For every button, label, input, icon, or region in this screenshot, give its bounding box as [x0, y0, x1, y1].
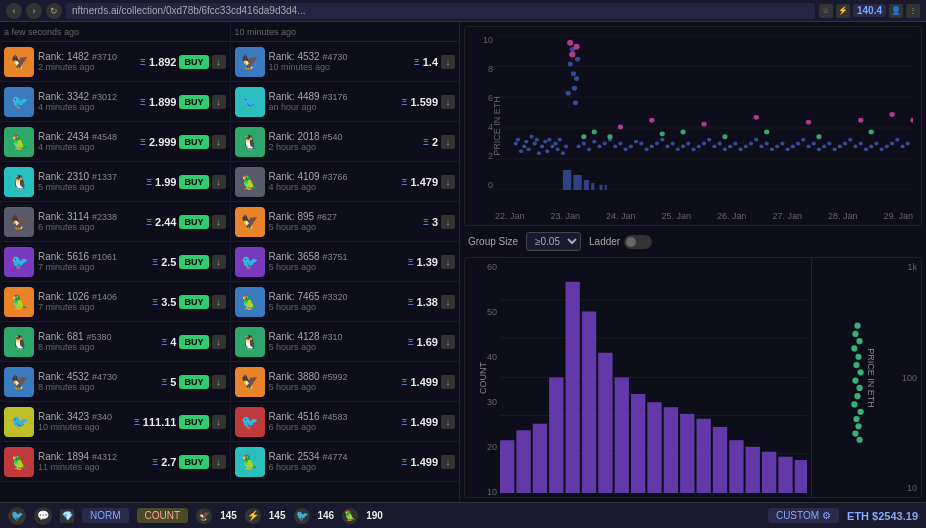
chart-controls: Group Size ≥0.05 ≥0.1 ≥0.5 Ladder: [464, 230, 922, 253]
wallet-icon[interactable]: 💎: [60, 509, 74, 523]
svg-point-47: [644, 147, 648, 151]
svg-rect-132: [516, 430, 530, 493]
svg-point-105: [806, 120, 811, 125]
buy-button[interactable]: BUY: [179, 375, 208, 389]
download-icon[interactable]: ↓: [212, 175, 226, 189]
sale-row: 🐦Rank: 4516 #45836 hours agoΞ1.499↓: [231, 402, 460, 442]
buy-button[interactable]: BUY: [179, 175, 208, 189]
download-icon[interactable]: ↓: [441, 95, 455, 109]
svg-rect-133: [533, 424, 547, 493]
svg-rect-131: [500, 440, 514, 493]
svg-point-19: [547, 138, 551, 142]
svg-point-9: [522, 144, 526, 148]
svg-point-98: [567, 40, 573, 46]
svg-point-42: [618, 142, 622, 146]
download-icon[interactable]: ↓: [441, 255, 455, 269]
group-size-select[interactable]: ≥0.05 ≥0.1 ≥0.5: [526, 232, 581, 251]
buy-button[interactable]: BUY: [179, 455, 208, 469]
buy-button[interactable]: BUY: [179, 255, 208, 269]
sale-row: 🐦Rank: 3658 #37515 hours agoΞ1.39↓: [231, 242, 460, 282]
sale-time: 4 minutes ago: [38, 102, 140, 112]
download-icon[interactable]: ↓: [441, 335, 455, 349]
download-icon[interactable]: ↓: [212, 95, 226, 109]
svg-point-25: [564, 144, 568, 148]
svg-rect-148: [778, 457, 792, 493]
sale-price: 3: [432, 216, 438, 228]
buy-button[interactable]: BUY: [179, 135, 208, 149]
download-icon[interactable]: ↓: [212, 295, 226, 309]
svg-point-56: [691, 147, 695, 151]
custom-button[interactable]: CUSTOM ⚙: [768, 508, 839, 523]
buy-button[interactable]: BUY: [179, 335, 208, 349]
download-icon[interactable]: ↓: [212, 55, 226, 69]
svg-point-30: [572, 86, 577, 91]
svg-rect-143: [696, 419, 710, 493]
download-icon[interactable]: ↓: [212, 255, 226, 269]
ladder-switch[interactable]: [624, 235, 652, 249]
download-icon[interactable]: ↓: [212, 415, 226, 429]
download-icon[interactable]: ↓: [212, 335, 226, 349]
sale-row: 🐧Rank: 4128 #3105 hours agoΞ1.69↓: [231, 322, 460, 362]
discord-icon[interactable]: 💬: [34, 507, 52, 525]
download-icon[interactable]: ↓: [441, 55, 455, 69]
svg-point-92: [880, 147, 884, 151]
svg-point-78: [806, 144, 810, 148]
eth-symbol: Ξ: [152, 457, 158, 467]
norm-button[interactable]: NORM: [82, 508, 129, 523]
forward-btn[interactable]: ›: [26, 3, 42, 19]
eth-symbol: Ξ: [408, 257, 414, 267]
buy-button[interactable]: BUY: [179, 415, 208, 429]
twitter-icon[interactable]: 🐦: [8, 507, 26, 525]
menu-icon[interactable]: ⋮: [906, 4, 920, 18]
sale-row: 🦅Rank: 4532 #473010 minutes agoΞ1.4↓: [231, 42, 460, 82]
svg-point-22: [556, 147, 560, 151]
nft-thumbnail: 🐧: [4, 167, 34, 197]
download-icon[interactable]: ↓: [212, 215, 226, 229]
back-btn[interactable]: ‹: [6, 3, 22, 19]
svg-point-80: [817, 147, 821, 151]
download-icon[interactable]: ↓: [441, 135, 455, 149]
svg-point-54: [681, 144, 685, 148]
left-panel: a few seconds ago🦅Rank: 1482 #37102 minu…: [0, 22, 460, 502]
download-icon[interactable]: ↓: [212, 455, 226, 469]
sales-header: a few seconds ago: [0, 22, 230, 42]
bookmark-icon[interactable]: ☆: [819, 4, 833, 18]
download-icon[interactable]: ↓: [441, 375, 455, 389]
main-content: a few seconds ago🦅Rank: 1482 #37102 minu…: [0, 22, 926, 502]
download-icon[interactable]: ↓: [212, 375, 226, 389]
svg-point-13: [533, 142, 537, 146]
nft-thumbnail: 🦅: [235, 367, 265, 397]
sale-row: 🐧Rank: 2018 #5402 hours agoΞ2↓: [231, 122, 460, 162]
sale-price: 5: [170, 376, 176, 388]
url-bar[interactable]: nftnerds.ai/collection/0xd78b/6fcc33cd41…: [66, 3, 815, 19]
svg-point-50: [660, 138, 664, 142]
sale-price: 1.479: [410, 176, 438, 188]
sale-time: 8 minutes ago: [38, 342, 162, 352]
svg-point-100: [573, 44, 579, 50]
count-button[interactable]: COUNT: [137, 508, 189, 523]
refresh-btn[interactable]: ↻: [46, 3, 62, 19]
buy-button[interactable]: BUY: [179, 215, 208, 229]
download-icon[interactable]: ↓: [441, 215, 455, 229]
buy-button[interactable]: BUY: [179, 295, 208, 309]
svg-point-37: [592, 140, 596, 144]
download-icon[interactable]: ↓: [441, 175, 455, 189]
chart-y-labels: 10 8 6 4 2 0: [467, 35, 495, 190]
nft-icon-3: 🐦: [294, 508, 310, 524]
download-icon[interactable]: ↓: [441, 415, 455, 429]
buy-button[interactable]: BUY: [179, 55, 208, 69]
sale-row: 🐦Rank: 3342 #30124 minutes agoΞ1.899BUY↓: [0, 82, 230, 122]
profile-icon[interactable]: 👤: [889, 4, 903, 18]
download-icon[interactable]: ↓: [212, 135, 226, 149]
extension-icon[interactable]: ⚡: [836, 4, 850, 18]
sale-row: 🦅Rank: 3880 #59925 hours agoΞ1.499↓: [231, 362, 460, 402]
eth-symbol: Ξ: [162, 337, 168, 347]
nft-icon-1: 🦅: [196, 508, 212, 524]
download-icon[interactable]: ↓: [441, 455, 455, 469]
nft-thumbnail: 🐧: [4, 327, 34, 357]
histogram-area: 60 50 40 30 20 10 COUNT: [464, 257, 922, 498]
svg-point-66: [744, 144, 748, 148]
svg-point-75: [791, 144, 795, 148]
download-icon[interactable]: ↓: [441, 295, 455, 309]
buy-button[interactable]: BUY: [179, 95, 208, 109]
